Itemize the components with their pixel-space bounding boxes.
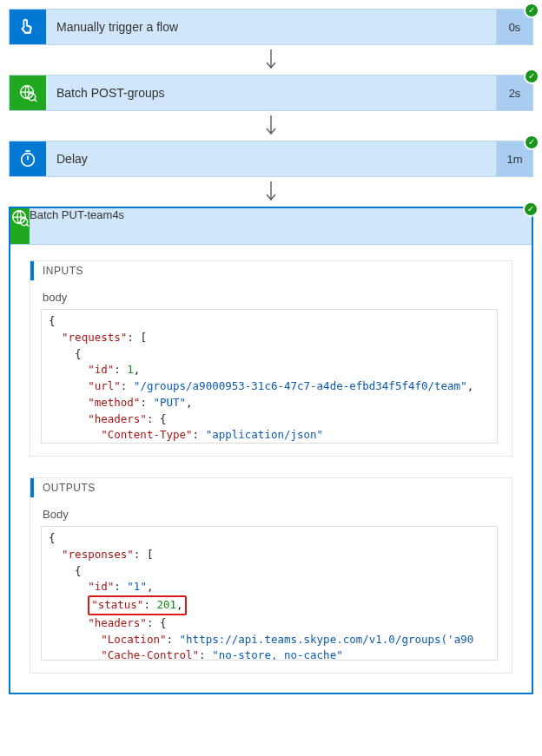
success-icon: ✓ [524, 69, 539, 84]
step-title: Manually trigger a flow [46, 10, 496, 44]
timer-icon [10, 141, 46, 176]
step-batch-put-expanded: Batch PUT-team 4s ✓ INPUTS body { "reque… [9, 207, 533, 694]
arrow-connector [9, 45, 533, 75]
step-duration: 4s [112, 208, 124, 244]
step-trigger[interactable]: Manually trigger a flow 0s ✓ [9, 9, 533, 45]
step-title: Batch POST-groups [46, 76, 496, 110]
inputs-label: INPUTS [30, 261, 512, 280]
step-header[interactable]: Batch PUT-team 4s ✓ [10, 208, 532, 245]
inputs-panel: INPUTS body { "requests": [ { "id": 1, "… [30, 260, 512, 457]
outputs-panel: OUTPUTS Body { "responses": [ { "id": "1… [30, 477, 512, 674]
step-title: Batch PUT-team [30, 208, 112, 244]
inputs-field-label: body [43, 291, 498, 304]
step-batch-post[interactable]: Batch POST-groups 2s ✓ [9, 75, 533, 111]
step-title: Delay [46, 141, 496, 176]
inputs-body-code[interactable]: { "requests": [ { "id": 1, "url": "/grou… [41, 309, 498, 444]
globe-icon [10, 208, 30, 244]
success-icon: ✓ [524, 135, 539, 150]
status-highlight: "status": 201, [88, 595, 186, 615]
touch-icon [10, 10, 46, 44]
outputs-body-code[interactable]: { "responses": [ { "id": "1", "status": … [41, 526, 498, 661]
arrow-connector [9, 111, 533, 141]
arrow-connector [9, 177, 533, 207]
outputs-field-label: Body [43, 508, 498, 521]
step-delay[interactable]: Delay 1m ✓ [9, 141, 533, 177]
globe-icon [10, 76, 46, 110]
outputs-label: OUTPUTS [30, 478, 512, 497]
success-icon: ✓ [523, 201, 539, 217]
success-icon: ✓ [524, 3, 539, 18]
